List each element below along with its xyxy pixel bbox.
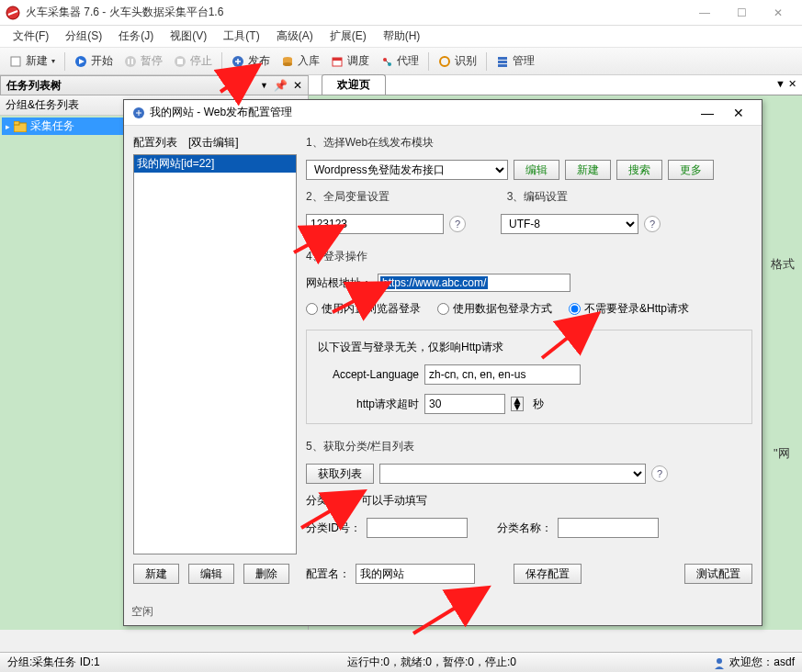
tb-new[interactable]: 新建▾ <box>4 51 61 71</box>
content-tabbar: 欢迎页 ▼ ✕ <box>309 75 802 95</box>
tb-schedule[interactable]: 调度 <box>325 51 375 71</box>
tb-recognize[interactable]: 识别 <box>433 51 482 71</box>
svg-rect-18 <box>498 61 507 63</box>
category-name-input[interactable] <box>558 518 659 538</box>
btn-test-config[interactable]: 测试配置 <box>684 564 752 584</box>
svg-rect-1 <box>11 57 20 66</box>
toolbar-sep <box>221 52 222 71</box>
menu-group[interactable]: 分组(S) <box>58 27 109 46</box>
tb-manage[interactable]: 管理 <box>491 51 540 71</box>
window-titlebar: 火车采集器 7.6 - 火车头数据采集平台1.6 — ☐ ✕ <box>0 0 802 26</box>
tb-proxy[interactable]: 代理 <box>375 51 424 71</box>
status-right: 欢迎您：asdf <box>713 655 795 670</box>
help-category-icon[interactable]: ? <box>651 465 668 482</box>
btn-get-list[interactable]: 获取列表 <box>306 464 374 484</box>
pin-icon[interactable]: 📌 <box>274 79 288 92</box>
module-select[interactable]: Wordpress免登陆发布接口 <box>306 160 508 180</box>
config-list-label: 配置列表 [双击编辑] <box>133 135 297 151</box>
tb-pause[interactable]: 暂停 <box>119 51 168 71</box>
tb-proxy-label: 代理 <box>397 53 419 69</box>
bg-text-format: 格式 <box>771 256 795 273</box>
play-icon <box>74 55 87 68</box>
window-minimize[interactable]: — <box>686 2 723 24</box>
help-global-icon[interactable]: ? <box>449 216 466 232</box>
dialog-status-idle: 空闲 <box>131 604 153 620</box>
svg-rect-19 <box>498 64 507 67</box>
accept-language-input[interactable] <box>424 364 581 385</box>
dialog-close[interactable]: ✕ <box>723 106 754 120</box>
tb-schedule-label: 调度 <box>347 53 369 69</box>
config-name-input[interactable] <box>356 564 475 584</box>
radio-packet-login[interactable]: 使用数据包登录方式 <box>437 301 552 317</box>
tb-recognize-label: 识别 <box>455 53 477 69</box>
dialog-titlebar: 我的网站 - Web发布配置管理 — ✕ <box>124 100 762 126</box>
status-user: 欢迎您：asdf <box>729 655 795 670</box>
tb-import[interactable]: 入库 <box>276 51 325 71</box>
pause-icon <box>124 55 137 68</box>
btn-config-new[interactable]: 新建 <box>133 564 179 584</box>
btn-config-delete[interactable]: 删除 <box>243 564 289 584</box>
tb-start[interactable]: 开始 <box>69 51 119 71</box>
window-title: 火车采集器 7.6 - 火车头数据采集平台1.6 <box>26 5 686 20</box>
btn-config-edit[interactable]: 编辑 <box>188 564 234 584</box>
menu-tools[interactable]: 工具(T) <box>216 27 266 46</box>
tb-pause-label: 暂停 <box>141 53 163 69</box>
window-close[interactable]: ✕ <box>760 2 796 24</box>
btn-module-edit[interactable]: 编辑 <box>514 160 559 180</box>
svg-rect-13 <box>333 58 342 61</box>
svg-point-16 <box>440 57 449 66</box>
config-list-item[interactable]: 我的网站[id=22] <box>134 155 296 173</box>
menu-advanced[interactable]: 高级(A) <box>269 27 321 46</box>
manage-icon <box>496 55 509 68</box>
svg-rect-5 <box>131 59 133 64</box>
menu-file[interactable]: 文件(F) <box>6 27 56 46</box>
radio-no-login[interactable]: 不需要登录&Http请求 <box>569 301 689 317</box>
tb-publish-label: 发布 <box>248 53 270 69</box>
encoding-select[interactable]: UTF-8 <box>501 214 638 234</box>
tb-import-label: 入库 <box>298 53 320 69</box>
menu-extend[interactable]: 扩展(E) <box>322 27 374 46</box>
svg-rect-7 <box>177 59 183 64</box>
section-3-title: 3、编码设置 <box>507 189 569 205</box>
stop-icon <box>174 55 186 68</box>
toolbar-sep <box>486 52 487 71</box>
svg-rect-17 <box>498 57 507 60</box>
http-settings-group: 以下设置与登录无关，仅影响Http请求 Accept-Language http… <box>306 330 752 424</box>
tab-welcome[interactable]: 欢迎页 <box>322 74 386 95</box>
category-id-label: 分类ID号： <box>306 521 361 536</box>
toolbar: 新建▾ 开始 暂停 停止 发布 入库 调度 代理 识别 管理 <box>0 48 802 75</box>
tb-new-label: 新建 <box>26 53 48 69</box>
schedule-icon <box>331 55 344 68</box>
folder-icon <box>14 121 27 132</box>
tb-stop[interactable]: 停止 <box>168 51 218 71</box>
section-5-title: 5、获取分类/栏目列表 <box>306 439 752 454</box>
new-icon <box>9 55 22 68</box>
category-id-input[interactable] <box>367 518 468 538</box>
btn-module-more[interactable]: 更多 <box>668 160 714 180</box>
btn-module-new[interactable]: 新建 <box>565 160 611 180</box>
radio-browser-login[interactable]: 使用内置浏览器登录 <box>306 301 421 317</box>
close-pane-icon[interactable]: ✕ <box>293 79 302 92</box>
spinner-icon[interactable]: ▲▼ <box>511 397 524 411</box>
section-1-title: 1、选择Web在线发布模块 <box>306 135 752 151</box>
global-var-input[interactable] <box>306 214 444 234</box>
timeout-label: http请求超时 <box>318 397 419 412</box>
tab-menu[interactable]: ▼ ✕ <box>775 78 796 90</box>
tb-publish[interactable]: 发布 <box>226 51 276 71</box>
menu-task[interactable]: 任务(J) <box>111 27 161 46</box>
help-encoding-icon[interactable]: ? <box>644 216 661 232</box>
root-url-input[interactable]: https://www.abc.com/ <box>378 274 570 292</box>
btn-save-config[interactable]: 保存配置 <box>514 564 582 584</box>
category-list-select[interactable] <box>379 464 646 484</box>
btn-module-search[interactable]: 搜索 <box>616 160 662 180</box>
dialog-minimize[interactable]: — <box>692 106 723 120</box>
window-maximize[interactable]: ☐ <box>723 2 760 24</box>
group-task-title: 分组&任务列表 <box>6 97 79 113</box>
collapse-icon[interactable]: ▸ <box>6 122 10 131</box>
menu-help[interactable]: 帮助(H) <box>376 27 428 46</box>
config-list[interactable]: 我的网站[id=22] <box>133 154 297 554</box>
chevron-down-icon[interactable]: ▼ <box>260 81 268 90</box>
menu-view[interactable]: 视图(V) <box>163 27 214 46</box>
timeout-input[interactable] <box>424 394 505 414</box>
login-mode-radios: 使用内置浏览器登录 使用数据包登录方式 不需要登录&Http请求 <box>306 301 752 317</box>
